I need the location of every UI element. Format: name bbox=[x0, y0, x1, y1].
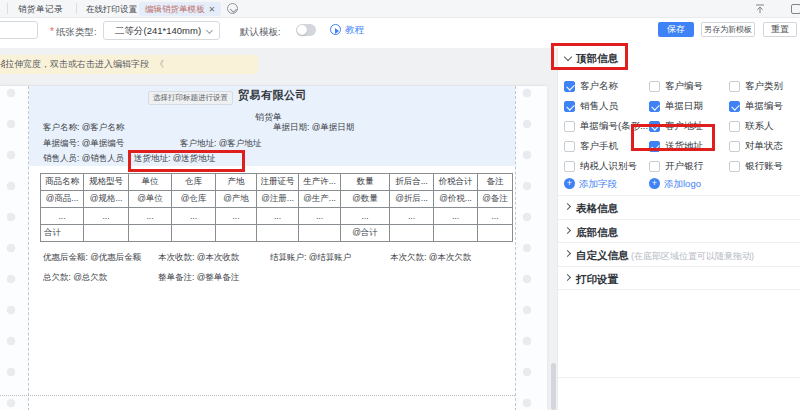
table-cell[interactable]: 合计 bbox=[41, 225, 84, 242]
checkbox-item[interactable]: 开户银行 bbox=[649, 156, 729, 176]
reset-button[interactable]: 重置 bbox=[763, 22, 797, 37]
table-cell[interactable]: @合计 bbox=[341, 225, 390, 242]
table-header-cell[interactable]: 注册证号 bbox=[257, 174, 299, 191]
field-salesperson[interactable]: 销售人员: @销售人员 bbox=[43, 153, 124, 164]
section-打印设置[interactable]: 打印设置 bbox=[558, 266, 800, 290]
table-header-cell[interactable]: 生产许... bbox=[299, 174, 341, 191]
checkbox-unchecked-icon[interactable] bbox=[729, 141, 740, 152]
table-cell[interactable] bbox=[84, 225, 129, 242]
table-cell[interactable]: ... bbox=[478, 208, 513, 225]
field-discounted-amount[interactable]: 优惠后金额: @优惠后金额 bbox=[43, 252, 141, 263]
checkbox-unchecked-icon[interactable] bbox=[564, 141, 575, 152]
field-total-debt[interactable]: 总欠款: @总欠款 bbox=[43, 272, 107, 283]
table-cell[interactable]: ... bbox=[299, 208, 341, 225]
checkbox-item[interactable]: 纳税人识别号 bbox=[564, 156, 649, 176]
table-cell[interactable] bbox=[434, 225, 478, 242]
checkbox-checked-icon[interactable] bbox=[649, 121, 660, 132]
table-cell[interactable]: ... bbox=[390, 208, 434, 225]
add-logo-link[interactable]: +添加logo bbox=[649, 177, 729, 191]
table-header-cell[interactable]: 备注 bbox=[478, 174, 513, 191]
table-cell[interactable]: @价税... bbox=[434, 191, 478, 208]
table-cell[interactable]: @单位 bbox=[129, 191, 172, 208]
checkbox-checked-icon[interactable] bbox=[649, 101, 660, 112]
table-cell[interactable]: ... bbox=[172, 208, 216, 225]
field-delivery-address[interactable]: 送货地址: @送货地址 bbox=[134, 153, 215, 164]
tab-list-dropdown-icon[interactable] bbox=[227, 3, 238, 14]
checkbox-item[interactable]: 对单状态 bbox=[729, 136, 798, 156]
table-cell[interactable]: @商品... bbox=[41, 191, 84, 208]
table-cell[interactable]: @折后... bbox=[390, 191, 434, 208]
section-底部信息[interactable]: 底部信息 bbox=[558, 219, 800, 243]
table-cell[interactable]: ... bbox=[84, 208, 129, 225]
table-cell[interactable]: @注册... bbox=[257, 191, 299, 208]
table-header-cell[interactable]: 商品名称 bbox=[41, 174, 84, 191]
table-header-cell[interactable]: 折后合... bbox=[390, 174, 434, 191]
table-cell[interactable]: ... bbox=[129, 208, 172, 225]
field-order-number[interactable]: 单据编号: @单据编号 bbox=[43, 138, 124, 149]
checkbox-checked-icon[interactable] bbox=[564, 101, 575, 112]
field-settlement-account[interactable]: 结算账户: @结算账户 bbox=[270, 252, 351, 263]
table-cell[interactable]: @仓库 bbox=[172, 191, 216, 208]
table-cell[interactable]: @生产... bbox=[299, 191, 341, 208]
checkbox-unchecked-icon[interactable] bbox=[729, 121, 740, 132]
table-cell[interactable]: @产地 bbox=[216, 191, 257, 208]
preview-table[interactable]: 商品名称规格型号单位仓库产地注册证号生产许...数量折后合...价税合计备注@商… bbox=[40, 173, 513, 242]
tab-edit-sales-template[interactable]: 编辑销货单模板✕ bbox=[139, 2, 221, 16]
table-cell[interactable]: @备注 bbox=[478, 191, 513, 208]
checkbox-item[interactable]: 客户类别 bbox=[729, 76, 798, 96]
checkbox-unchecked-icon[interactable] bbox=[729, 81, 740, 92]
table-cell[interactable] bbox=[390, 225, 434, 242]
checkbox-item[interactable]: 客户名称 bbox=[564, 76, 649, 96]
checkbox-item[interactable]: 联系人 bbox=[729, 116, 798, 136]
field-current-debt[interactable]: 本次欠款: @本次欠款 bbox=[390, 252, 471, 263]
checkbox-item[interactable]: 银行账号 bbox=[729, 156, 798, 176]
table-cell[interactable] bbox=[478, 225, 513, 242]
close-tab-icon[interactable]: ✕ bbox=[209, 5, 216, 14]
table-header-cell[interactable]: 仓库 bbox=[172, 174, 216, 191]
checkbox-checked-icon[interactable] bbox=[649, 141, 660, 152]
checkbox-item[interactable]: 客户编号 bbox=[649, 76, 729, 96]
table-cell[interactable]: @规格... bbox=[84, 191, 129, 208]
checkbox-checked-icon[interactable] bbox=[729, 101, 740, 112]
table-cell[interactable]: ... bbox=[216, 208, 257, 225]
checkbox-item[interactable]: 客户手机 bbox=[564, 136, 649, 156]
table-cell[interactable]: ... bbox=[41, 208, 84, 225]
checkbox-item[interactable]: 单据日期 bbox=[649, 96, 729, 116]
collapse-tip-control[interactable]: 《 bbox=[155, 59, 164, 69]
canvas-scrollbar[interactable] bbox=[551, 363, 556, 410]
tab-online-print-settings[interactable]: 在线打印设置 bbox=[86, 0, 137, 18]
window-layout-icon[interactable] bbox=[791, 4, 800, 14]
checkbox-unchecked-icon[interactable] bbox=[649, 81, 660, 92]
table-cell[interactable] bbox=[257, 225, 299, 242]
checkbox-unchecked-icon[interactable] bbox=[564, 121, 575, 132]
table-header-cell[interactable]: 规格型号 bbox=[84, 174, 129, 191]
table-header-cell[interactable]: 产地 bbox=[216, 174, 257, 191]
checkbox-item[interactable]: 单据编号(条形... bbox=[564, 116, 649, 136]
add-field-link[interactable]: +添加字段 bbox=[564, 177, 644, 191]
checkbox-unchecked-icon[interactable] bbox=[649, 161, 660, 172]
table-cell[interactable]: @数量 bbox=[341, 191, 390, 208]
table-cell[interactable] bbox=[129, 225, 172, 242]
table-header-cell[interactable]: 价税合计 bbox=[434, 174, 478, 191]
checkbox-item[interactable]: 送货地址 bbox=[649, 136, 729, 156]
field-customer-name[interactable]: 客户名称: @客户名称 bbox=[43, 122, 124, 133]
paper-type-select[interactable]: 二等分(241*140mm) bbox=[103, 21, 220, 40]
table-header-cell[interactable]: 单位 bbox=[129, 174, 172, 191]
table-cell[interactable]: ... bbox=[341, 208, 390, 225]
save-button[interactable]: 保存 bbox=[658, 22, 694, 37]
table-header-cell[interactable]: 数量 bbox=[341, 174, 390, 191]
table-cell[interactable] bbox=[216, 225, 257, 242]
table-cell[interactable] bbox=[172, 225, 216, 242]
field-payment-received[interactable]: 本次收款: @本次收款 bbox=[158, 252, 239, 263]
checkbox-item[interactable]: 单据编号 bbox=[729, 96, 798, 116]
checkbox-item[interactable]: 销售人员 bbox=[564, 96, 649, 116]
template-name-input[interactable] bbox=[0, 21, 38, 39]
section-表格信息[interactable]: 表格信息 bbox=[558, 195, 800, 219]
table-cell[interactable]: ... bbox=[257, 208, 299, 225]
tab-sales-records[interactable]: 销货单记录 bbox=[18, 0, 63, 18]
field-order-date[interactable]: 单据日期: @单据日期 bbox=[273, 122, 354, 133]
default-template-toggle[interactable] bbox=[296, 24, 316, 36]
checkbox-unchecked-icon[interactable] bbox=[564, 161, 575, 172]
section-自定义信息[interactable]: 自定义信息 (在底部区域位置可以随意拖动) bbox=[558, 242, 800, 266]
checkbox-unchecked-icon[interactable] bbox=[729, 161, 740, 172]
